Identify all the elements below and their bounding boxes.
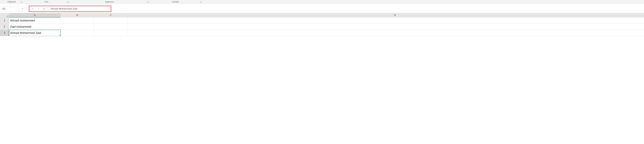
select-all-corner[interactable] xyxy=(0,13,9,18)
name-box[interactable]: A3 ▼ xyxy=(1,7,24,11)
cell-C2[interactable] xyxy=(94,24,128,30)
dialog-launcher-icon[interactable] xyxy=(147,1,148,3)
name-box-value: A3 xyxy=(2,8,5,10)
ribbon-group-number-label: Number xyxy=(150,1,202,3)
chevron-down-icon[interactable]: ▼ xyxy=(22,8,23,10)
ribbon-group-alignment-label: Alignment xyxy=(70,1,149,3)
fx-label: fx xyxy=(44,7,45,10)
col-header-A[interactable]: A xyxy=(9,13,60,18)
cell-B3[interactable] xyxy=(60,30,94,36)
col-header-D[interactable]: D xyxy=(128,13,644,18)
dialog-launcher-icon[interactable] xyxy=(67,1,69,3)
ribbon-group-font: Font xyxy=(23,0,70,4)
cell-C3[interactable] xyxy=(94,30,128,36)
row-header-3[interactable]: 3 xyxy=(0,30,9,36)
grip-icon xyxy=(26,8,28,10)
insert-function-button[interactable]: fx xyxy=(42,7,48,11)
dialog-launcher-icon[interactable] xyxy=(20,1,22,3)
cancel-icon[interactable] xyxy=(30,7,36,11)
ribbon-group-labels: Clipboard Font Alignment Number xyxy=(0,0,644,4)
ribbon-group-font-label: Font xyxy=(23,1,70,3)
formula-input[interactable]: Ahmad Mohammed Ziad xyxy=(48,7,110,11)
ribbon-group-clipboard: Clipboard xyxy=(0,0,23,4)
formula-bar-buttons: fx xyxy=(30,7,48,11)
enter-icon[interactable] xyxy=(36,7,42,11)
formula-bar-highlight: fx Ahmad Mohammed Ziad xyxy=(29,6,111,12)
ribbon-group-clipboard-label: Clipboard xyxy=(0,1,23,3)
formula-bar-row: A3 ▼ fx Ahmad Mohammed Ziad xyxy=(0,4,644,13)
row-header-2[interactable]: 2 xyxy=(0,24,9,30)
cell-D3[interactable] xyxy=(128,30,644,36)
cell-C1[interactable] xyxy=(94,18,128,24)
col-header-B[interactable]: B xyxy=(60,13,94,18)
col-header-C[interactable]: C xyxy=(94,13,128,18)
ribbon-group-number: Number xyxy=(150,0,202,4)
spreadsheet-grid: A B C D 1 Ahmad mohammed 2 Ziad mohammed… xyxy=(0,13,644,36)
row-header-1[interactable]: 1 xyxy=(0,18,9,24)
cell-B1[interactable] xyxy=(60,18,94,24)
dialog-launcher-icon[interactable] xyxy=(200,1,201,3)
cell-A1[interactable]: Ahmad mohammed xyxy=(9,18,60,24)
ribbon-group-alignment: Alignment xyxy=(70,0,150,4)
formula-input-value: Ahmad Mohammed Ziad xyxy=(50,7,77,10)
cell-B2[interactable] xyxy=(60,24,94,30)
cell-D2[interactable] xyxy=(128,24,644,30)
cell-D1[interactable] xyxy=(128,18,644,24)
cell-A2[interactable]: Ziad mohammed xyxy=(9,24,60,30)
cell-A3[interactable]: Ahmad Mohammed Ziad xyxy=(9,30,60,36)
